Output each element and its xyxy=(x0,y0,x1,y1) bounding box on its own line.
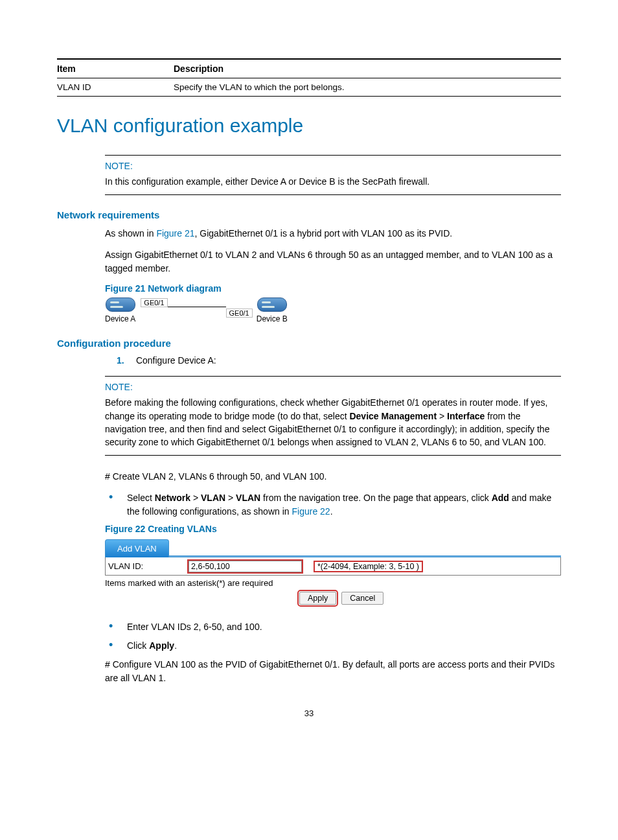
figure-22-label: Figure 22 Creating VLANs xyxy=(105,524,561,534)
note-block: NOTE: In this configuration example, eit… xyxy=(105,155,561,195)
add-vlan-ui: Add VLAN VLAN ID: *(2-4094, Example: 3, … xyxy=(105,539,561,605)
link-figure-21[interactable]: Figure 21 xyxy=(156,228,194,239)
cancel-button[interactable]: Cancel xyxy=(341,592,383,605)
note-block: NOTE: Before making the following config… xyxy=(105,376,561,456)
ge01-label: GE0/1 xyxy=(141,298,167,307)
paragraph: # Configure VLAN 100 as the PVID of Giga… xyxy=(105,658,561,685)
page-title: VLAN configuration example xyxy=(57,115,561,137)
apply-button[interactable]: Apply xyxy=(299,592,336,605)
table-row: VLAN ID Specify the VLAN to which the po… xyxy=(57,78,561,97)
note-label: NOTE: xyxy=(105,382,561,392)
network-diagram: Device A GE0/1 GE0/1 Device B xyxy=(105,298,561,323)
heading-network-requirements: Network requirements xyxy=(57,209,561,220)
bullet-icon: • xyxy=(105,639,127,653)
step-number: 1. xyxy=(117,355,133,366)
required-note: Items marked with an asterisk(*) are req… xyxy=(105,578,561,588)
note-text: In this configuration example, either De… xyxy=(105,175,561,188)
device-b-icon xyxy=(257,298,287,312)
heading-configuration-procedure: Configuration procedure xyxy=(57,338,561,349)
paragraph: # Create VLAN 2, VLANs 6 through 50, and… xyxy=(105,470,561,484)
figure-21-label: Figure 21 Network diagram xyxy=(105,283,561,294)
device-b-label: Device B xyxy=(257,314,288,323)
bullet-icon: • xyxy=(105,491,127,519)
vlan-id-input[interactable] xyxy=(189,561,302,572)
link-figure-22[interactable]: Figure 22 xyxy=(292,506,330,517)
paragraph: As shown in Figure 21, GigabitEthernet 0… xyxy=(105,227,561,240)
step-text: Configure Device A: xyxy=(136,355,216,366)
definition-table: Item Description VLAN ID Specify the VLA… xyxy=(57,58,561,97)
paragraph: Assign GigabitEthernet 0/1 to VLAN 2 and… xyxy=(105,248,561,275)
document-page: Item Description VLAN ID Specify the VLA… xyxy=(0,0,618,744)
ge01-label: GE0/1 xyxy=(226,309,253,318)
list-item: • Select Network > VLAN > VLAN from the … xyxy=(105,491,561,519)
device-a-label: Device A xyxy=(105,314,135,323)
note-text: Before making the following configuratio… xyxy=(105,396,561,449)
th-desc: Description xyxy=(174,59,561,78)
list-item: • Enter VLAN IDs 2, 6-50, and 100. xyxy=(105,620,561,634)
tab-add-vlan[interactable]: Add VLAN xyxy=(105,539,169,557)
list-item: • Click Apply. xyxy=(105,639,561,653)
bullet-icon: • xyxy=(105,620,127,634)
th-item: Item xyxy=(57,59,174,78)
note-label: NOTE: xyxy=(105,161,561,171)
vlan-id-label: VLAN ID: xyxy=(106,561,189,571)
tab-strip xyxy=(169,555,561,557)
page-number: 33 xyxy=(57,708,561,718)
td-item: VLAN ID xyxy=(57,78,174,97)
ordered-step: 1. Configure Device A: xyxy=(117,355,561,366)
vlan-id-hint: *(2-4094, Example: 3, 5-10 ) xyxy=(314,561,423,572)
device-a-icon xyxy=(106,298,135,312)
td-desc: Specify the VLAN to which the port belon… xyxy=(174,78,561,97)
